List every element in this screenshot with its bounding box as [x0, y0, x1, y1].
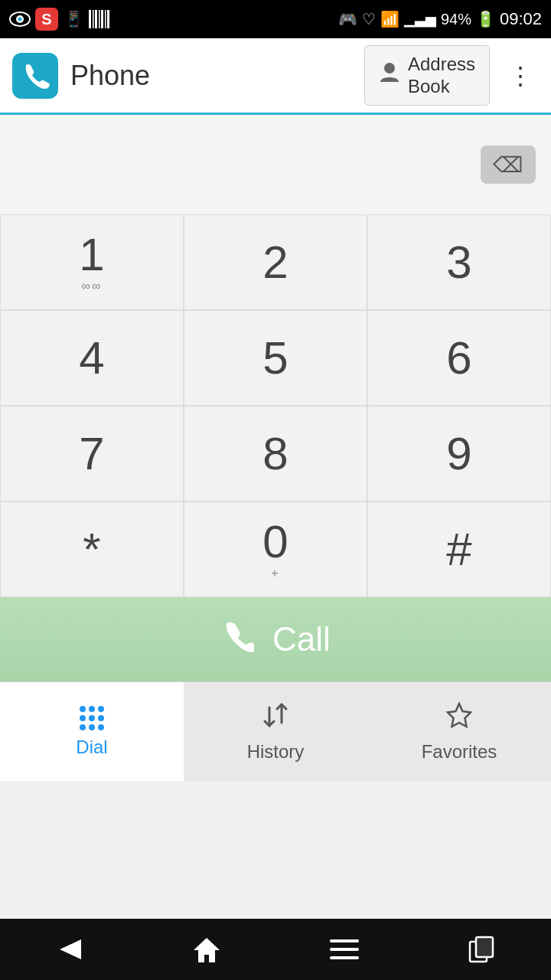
battery-icon: 🔋 — [476, 10, 495, 28]
dialpad-row-1: 1 ∞∞ 2 3 — [0, 214, 551, 310]
key-0[interactable]: 0 + — [184, 501, 367, 597]
status-time: 09:02 — [500, 9, 542, 29]
menu-button[interactable]: ⋮ — [502, 55, 539, 96]
eye-icon — [9, 8, 31, 30]
tab-history-label: History — [247, 741, 305, 763]
app-title: Phone — [70, 60, 364, 92]
signal-icon: ▁▃▅ — [404, 11, 436, 28]
status-left-icons: S 📱 — [9, 8, 110, 31]
display-area: ⌫ — [0, 115, 551, 214]
bottom-tabs: Dial History Favorites — [0, 681, 551, 781]
svg-rect-8 — [105, 10, 106, 28]
app-icon — [12, 53, 58, 99]
call-phone-icon — [220, 619, 254, 660]
key-8[interactable]: 8 — [184, 406, 367, 501]
svg-rect-7 — [101, 10, 103, 28]
dialpad-row-4: * 0 + # — [0, 501, 551, 597]
s-icon: S — [35, 8, 58, 31]
nav-bar — [0, 919, 551, 980]
key-star[interactable]: * — [0, 501, 184, 597]
tab-dial-label: Dial — [76, 737, 107, 758]
key-3[interactable]: 3 — [367, 214, 551, 310]
status-bar: S 📱 🎮 ♡ 📶 ▁▃▅ 94% 🔋 09:02 — [0, 0, 551, 38]
key-7[interactable]: 7 — [0, 406, 184, 501]
svg-rect-16 — [330, 939, 359, 942]
wifi-icon: 📶 — [380, 10, 399, 28]
svg-rect-3 — [89, 10, 91, 28]
svg-rect-18 — [330, 956, 359, 959]
heart-icon: ♡ — [362, 10, 376, 28]
address-book-label: Address Book — [408, 54, 475, 98]
star-icon — [445, 701, 474, 735]
svg-rect-4 — [93, 10, 94, 28]
svg-rect-5 — [95, 10, 97, 28]
key-1[interactable]: 1 ∞∞ — [0, 214, 184, 310]
person-icon — [379, 60, 400, 90]
svg-rect-9 — [107, 10, 109, 28]
game-icon: 🎮 — [338, 10, 357, 28]
grid-icon — [80, 706, 104, 730]
svg-point-2 — [18, 18, 22, 21]
svg-marker-14 — [60, 939, 81, 959]
key-6[interactable]: 6 — [367, 310, 551, 406]
address-book-button[interactable]: Address Book — [364, 45, 490, 106]
nav-menu-button[interactable] — [314, 926, 375, 972]
barcode-icon — [89, 8, 110, 30]
dialpad-row-3: 7 8 9 — [0, 406, 551, 501]
key-4[interactable]: 4 — [0, 310, 184, 406]
svg-rect-17 — [330, 948, 359, 951]
svg-point-10 — [384, 63, 395, 74]
call-button[interactable]: Call — [0, 597, 551, 681]
top-bar: Phone Address Book ⋮ — [0, 38, 551, 115]
history-arrows-icon — [260, 701, 291, 735]
dialpad-row-2: 4 5 6 — [0, 310, 551, 406]
tab-favorites-label: Favorites — [422, 741, 497, 763]
svg-marker-13 — [448, 704, 471, 727]
backspace-icon: ⌫ — [493, 152, 523, 178]
svg-marker-15 — [194, 938, 220, 962]
svg-rect-6 — [99, 10, 100, 28]
tab-favorites[interactable]: Favorites — [367, 682, 551, 781]
key-hash[interactable]: # — [367, 501, 551, 597]
tab-history[interactable]: History — [184, 682, 367, 781]
svg-rect-20 — [476, 937, 493, 957]
dialpad: 1 ∞∞ 2 3 4 5 6 7 8 9 * — [0, 214, 551, 597]
nav-back-button[interactable] — [38, 926, 99, 972]
backspace-button[interactable]: ⌫ — [481, 145, 536, 184]
call-label: Call — [272, 620, 331, 658]
status-right-icons: 🎮 ♡ 📶 ▁▃▅ 94% 🔋 09:02 — [338, 9, 542, 29]
tab-dial[interactable]: Dial — [0, 682, 184, 781]
key-9[interactable]: 9 — [367, 406, 551, 501]
key-2[interactable]: 2 — [184, 214, 367, 310]
nav-home-button[interactable] — [176, 926, 237, 972]
phone-icon: 📱 — [63, 8, 84, 30]
key-5[interactable]: 5 — [184, 310, 367, 406]
nav-recent-button[interactable] — [452, 926, 513, 972]
battery-text: 94% — [441, 11, 471, 28]
